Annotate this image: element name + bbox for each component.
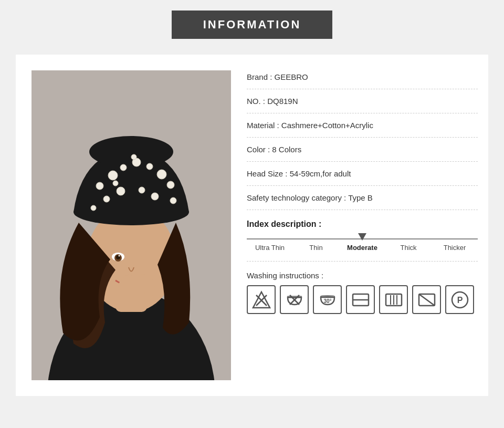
svg-point-10: [146, 163, 153, 170]
brand-row: Brand : GEEBRO: [247, 70, 478, 89]
svg-point-11: [157, 170, 166, 179]
svg-text:P: P: [457, 296, 463, 305]
info-panel: Brand : GEEBRO NO. : DQ819N Material : C…: [231, 70, 478, 380]
svg-line-45: [419, 294, 435, 306]
content-card: Brand : GEEBRO NO. : DQ819N Material : C…: [16, 55, 488, 396]
svg-point-18: [131, 154, 136, 160]
scale-label-ultra-thin: Ultra Thin: [247, 244, 293, 252]
svg-point-20: [170, 197, 176, 204]
color-label: Color : 8 Colors: [247, 145, 301, 154]
scale-marker: [358, 233, 366, 241]
material-label: Material : Cashmere+Cotton+Acrylic: [247, 121, 373, 130]
svg-point-19: [113, 181, 118, 186]
scale-label-thick: Thick: [385, 244, 432, 252]
no-row: NO. : DQ819N: [247, 89, 478, 113]
head-size-label: Head Size : 54-59cm,for adult: [247, 169, 351, 178]
svg-point-6: [96, 182, 103, 190]
svg-point-17: [91, 205, 96, 211]
safety-row: Safety technology category : Type B: [247, 186, 478, 210]
product-image: [32, 70, 231, 380]
svg-point-15: [139, 187, 145, 193]
no-wash-icon: [280, 285, 309, 314]
scale-label-thin: Thin: [293, 244, 339, 252]
svg-point-24: [119, 255, 120, 257]
info-header: INFORMATION: [172, 11, 333, 39]
svg-point-16: [151, 193, 159, 200]
no-bleach-icon: [247, 285, 276, 314]
head-size-row: Head Size : 54-59cm,for adult: [247, 162, 478, 186]
svg-rect-29: [147, 277, 153, 294]
flat-dry-icon: [346, 285, 375, 314]
color-row: Color : 8 Colors: [247, 138, 478, 162]
page-wrapper: INFORMATION: [0, 0, 504, 428]
svg-point-5: [89, 136, 173, 168]
material-row: Material : Cashmere+Cotton+Acrylic: [247, 113, 478, 138]
washing-icons: 30°: [247, 285, 478, 314]
no-label: NO. : DQ819N: [247, 97, 298, 106]
scale-track: [247, 238, 478, 239]
thickness-scale: Ultra Thin Thin Moderate Thick Thicker: [247, 234, 478, 262]
30-degree-wash-icon: 30°: [313, 285, 342, 314]
svg-point-14: [117, 187, 125, 195]
brand-label: Brand : GEEBRO: [247, 72, 308, 81]
svg-point-13: [103, 196, 110, 202]
safety-label: Safety technology category : Type B: [247, 193, 373, 202]
svg-point-8: [120, 164, 127, 171]
scale-label-thicker: Thicker: [432, 244, 478, 252]
svg-rect-28: [139, 274, 145, 294]
svg-text:30°: 30°: [323, 298, 331, 304]
svg-point-12: [167, 181, 174, 189]
svg-point-7: [108, 171, 118, 180]
scale-labels: Ultra Thin Thin Moderate Thick Thicker: [247, 244, 478, 252]
svg-rect-27: [131, 273, 138, 294]
no-iron-icon: [412, 285, 441, 314]
scale-label-moderate: Moderate: [339, 244, 385, 252]
no-tumble-dry-icon: [379, 285, 408, 314]
professional-clean-icon: P: [445, 285, 474, 314]
washing-instructions-label: Washing instructions :: [247, 262, 478, 285]
index-desc-label: Index description :: [247, 210, 478, 234]
svg-rect-26: [123, 275, 130, 294]
info-header-title: INFORMATION: [203, 18, 301, 31]
